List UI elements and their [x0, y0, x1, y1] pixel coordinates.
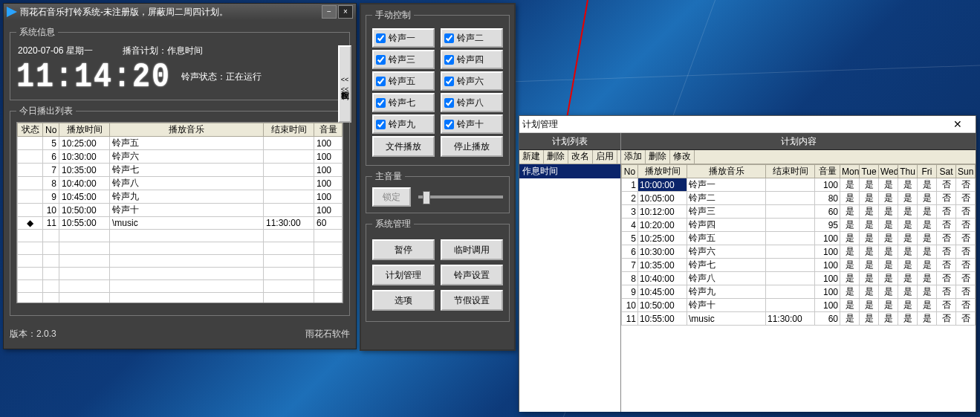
column-header[interactable]: 播放时间 [59, 123, 110, 137]
close-button[interactable]: × [338, 5, 353, 19]
mgmt-button[interactable]: 计划管理 [372, 265, 435, 285]
table-row[interactable]: 610:30:00铃声六100 [18, 150, 343, 164]
table-row[interactable]: 710:35:00铃声七100 [18, 164, 343, 177]
toolbar-button[interactable]: 修改 [670, 150, 695, 164]
volume-lock-button[interactable]: 锁定 [372, 187, 411, 207]
plan-content-head: 计划内容 [621, 133, 976, 150]
chevron-left-icon: << [341, 77, 349, 83]
column-header[interactable]: Tue [860, 165, 879, 178]
toggle-control-panel-button[interactable]: << 控制面板 << [338, 45, 351, 123]
table-row[interactable] [18, 242, 343, 255]
toolbar-button[interactable]: 删除 [646, 150, 670, 164]
ring-button[interactable]: 铃声九 [372, 114, 435, 134]
table-row[interactable]: 310:12:00铃声三60是是是是是否否 [622, 205, 976, 219]
table-row[interactable] [18, 230, 343, 242]
column-header[interactable]: 音量 [815, 165, 840, 178]
ring-button[interactable]: 铃声七 [372, 93, 435, 112]
manual-legend: 手动控制 [372, 9, 414, 22]
manual-control-group: 手动控制 铃声一铃声二铃声三铃声四铃声五铃声六铃声七铃声八铃声九铃声十 文件播放… [366, 9, 510, 166]
column-header[interactable]: 结束时间 [766, 165, 815, 178]
column-header[interactable]: 音量 [314, 123, 343, 137]
plan-list[interactable]: 作息时间 [519, 164, 620, 412]
table-row[interactable]: 1110:55:00\music11:30:0060是是是是是否否 [622, 312, 976, 326]
ring-checkbox[interactable] [376, 55, 386, 65]
toolbar-button[interactable]: 改名 [568, 150, 593, 164]
table-row[interactable]: 210:05:00铃声二80是是是是是否否 [622, 192, 976, 205]
column-header[interactable]: Sat [937, 165, 956, 178]
ring-button[interactable]: 铃声一 [372, 28, 435, 48]
plan-content-panel: 计划内容 添加删除修改 No播放时间播放音乐结束时间音量MonTueWedThu… [621, 133, 976, 412]
column-header[interactable]: 播放音乐 [687, 165, 766, 178]
volume-slider[interactable] [418, 195, 503, 198]
ring-button[interactable]: 铃声八 [441, 93, 503, 112]
column-header[interactable]: 播放时间 [638, 165, 687, 178]
column-header[interactable]: 状态 [18, 123, 43, 137]
ring-button[interactable]: 铃声十 [441, 114, 503, 134]
today-table[interactable]: 状态No播放时间播放音乐结束时间音量 510:25:00铃声五100610:30… [16, 122, 343, 303]
plan-titlebar[interactable]: 计划管理 ✕ [519, 116, 976, 133]
table-row[interactable]: 510:25:00铃声五100是是是是是否否 [622, 232, 976, 245]
table-row[interactable]: 910:45:00铃声九100 [18, 190, 343, 204]
table-row[interactable] [18, 280, 343, 293]
toolbar-button[interactable]: 添加 [621, 150, 646, 164]
mgmt-button[interactable]: 临时调用 [441, 239, 503, 260]
table-row[interactable]: 410:20:00铃声四95是是是是是否否 [622, 219, 976, 232]
column-header[interactable]: 结束时间 [264, 123, 314, 137]
ring-button[interactable]: 铃声六 [441, 71, 503, 91]
ring-checkbox[interactable] [376, 120, 386, 129]
ring-button[interactable]: 铃声五 [372, 71, 435, 91]
ring-button[interactable]: 铃声三 [372, 50, 435, 69]
plan-list-head: 计划列表 [519, 133, 620, 150]
table-row[interactable]: 110:00:00铃声一100是是是是是否否 [622, 178, 976, 192]
mgmt-button[interactable]: 节假设置 [441, 290, 503, 311]
stop-play-button[interactable]: 停止播放 [441, 136, 503, 157]
ring-checkbox[interactable] [444, 98, 454, 108]
table-row[interactable]: 710:35:00铃声七100是是是是是否否 [622, 259, 976, 272]
mgmt-button[interactable]: 铃声设置 [441, 265, 503, 285]
column-header[interactable]: Wed [879, 165, 898, 178]
column-header[interactable]: 播放音乐 [110, 123, 264, 137]
ring-button[interactable]: 铃声二 [441, 28, 503, 48]
main-titlebar[interactable]: 雨花石音乐打铃系统-未注册版，屏蔽周二周四计划。 − × [4, 4, 356, 20]
plan-content-table[interactable]: No播放时间播放音乐结束时间音量MonTueWedThuFriSatSun 11… [621, 164, 976, 412]
table-row[interactable]: 910:45:00铃声九100是是是是是否否 [622, 285, 976, 299]
column-header[interactable]: No [43, 123, 59, 137]
table-row[interactable] [18, 293, 343, 304]
toolbar-button[interactable]: 删除 [544, 150, 568, 164]
ring-checkbox[interactable] [444, 55, 454, 65]
table-row[interactable]: 1010:50:00铃声十100是是是是是否否 [622, 299, 976, 312]
table-row[interactable]: 610:30:00铃声六100是是是是是否否 [622, 245, 976, 259]
toolbar-button[interactable]: 新建 [519, 150, 544, 164]
control-panel: 手动控制 铃声一铃声二铃声三铃声四铃声五铃声六铃声七铃声八铃声九铃声十 文件播放… [360, 3, 516, 351]
ring-checkbox[interactable] [444, 33, 454, 43]
table-row[interactable]: ◆1110:55:00\music11:30:0060 [18, 217, 343, 230]
ring-checkbox[interactable] [444, 77, 454, 86]
table-row[interactable]: 1010:50:00铃声十100 [18, 204, 343, 217]
ring-checkbox[interactable] [376, 33, 386, 43]
ring-checkbox[interactable] [376, 77, 386, 86]
today-legend: 今日播出列表 [16, 105, 76, 117]
close-button[interactable]: ✕ [943, 117, 973, 132]
table-row[interactable] [18, 268, 343, 280]
plan-content-toolbar: 添加删除修改 [621, 150, 976, 164]
mgmt-button[interactable]: 选项 [372, 290, 435, 311]
ring-checkbox[interactable] [444, 120, 454, 129]
minimize-button[interactable]: − [322, 5, 337, 19]
file-play-button[interactable]: 文件播放 [372, 136, 435, 157]
version-label: 版本：2.0.3 [10, 328, 56, 340]
table-row[interactable] [18, 255, 343, 268]
column-header[interactable]: Sun [956, 165, 976, 178]
column-header[interactable]: Thu [898, 165, 918, 178]
column-header[interactable]: Fri [918, 165, 937, 178]
table-row[interactable]: 810:40:00铃声八100 [18, 177, 343, 190]
column-header[interactable]: No [622, 165, 638, 178]
toolbar-button[interactable]: 启用 [593, 150, 617, 164]
mgmt-button[interactable]: 暂停 [372, 239, 435, 260]
column-header[interactable]: Mon [840, 165, 860, 178]
plan-list-item[interactable]: 作息时间 [519, 164, 620, 178]
ring-button[interactable]: 铃声四 [441, 50, 503, 69]
table-row[interactable]: 510:25:00铃声五100 [18, 137, 343, 150]
ring-checkbox[interactable] [376, 98, 386, 108]
app-icon [7, 7, 17, 17]
table-row[interactable]: 810:40:00铃声八100是是是是是否否 [622, 272, 976, 285]
